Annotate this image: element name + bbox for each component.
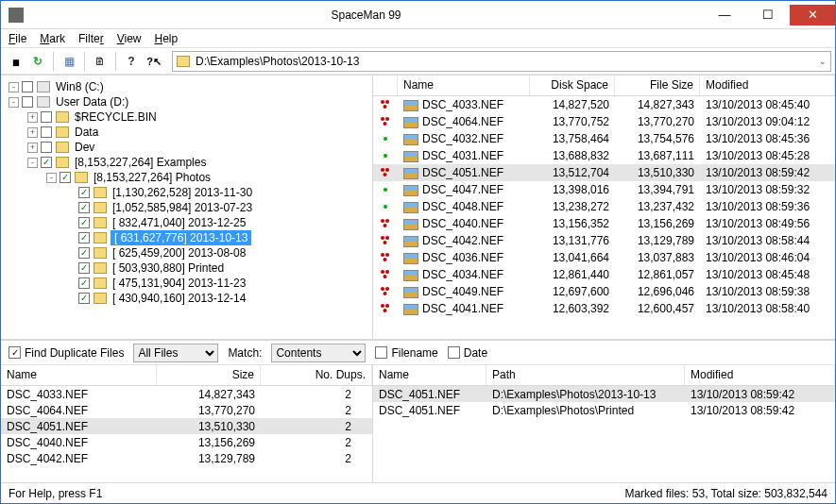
match-select[interactable]: Contents [271,344,366,362]
expand-toggle[interactable] [65,188,76,198]
path-combo[interactable]: D:\Examples\Photos\2013-10-13 ⌄ [172,51,831,72]
duplicate-row[interactable]: DSC_4042.NEF13,129,7892 [1,450,372,466]
col-disk[interactable]: Disk Space [530,76,615,95]
tree-item[interactable]: ✓[1,052,585,984] 2013-07-23 [3,200,370,215]
grid-button[interactable] [59,51,79,72]
tree-checkbox[interactable]: ✓ [78,187,90,198]
col-flag[interactable] [373,76,398,95]
tree-checkbox[interactable] [41,126,52,138]
menu-file[interactable]: File [9,32,26,45]
file-row[interactable]: DSC_4036.NEF13,041,66413,037,88313/10/20… [373,249,835,266]
menu-help[interactable]: Help [155,32,179,45]
tree-item[interactable]: -✓[8,153,227,264] Photos [3,170,370,185]
expand-toggle[interactable]: - [27,158,38,168]
file-row[interactable]: DSC_4041.NEF12,603,39212,600,45713/10/20… [373,300,835,317]
tree-item[interactable]: -✓[8,153,227,264] Examples [3,155,370,170]
chevron-down-icon[interactable]: ⌄ [819,57,827,66]
folder-tree[interactable]: -Win8 (C:)-User Data (D:)+$RECYCLE.BIN+D… [1,76,373,339]
col-size[interactable]: Size [157,365,261,385]
tree-checkbox[interactable]: ✓ [78,293,90,304]
tree-checkbox[interactable]: ✓ [78,262,90,274]
tree-item[interactable]: ✓[ 475,131,904] 2013-11-23 [3,276,370,291]
tree-item[interactable]: ✓[ 832,471,040] 2013-12-25 [3,215,370,230]
menu-filter[interactable]: Filter [78,32,104,45]
pause-button[interactable] [5,51,26,72]
file-row[interactable]: DSC_4048.NEF13,238,27213,237,43213/10/20… [373,198,835,215]
expand-toggle[interactable]: + [27,127,38,138]
file-type-select[interactable]: All Files [133,344,218,362]
col-size[interactable]: File Size [615,76,700,95]
close-button[interactable]: ✕ [790,5,835,25]
whats-this-button[interactable] [144,51,164,72]
file-row[interactable]: DSC_4042.NEF13,131,77613,129,78913/10/20… [373,232,835,249]
file-row[interactable]: DSC_4033.NEF14,827,52014,827,34313/10/20… [373,96,835,113]
menu-mark[interactable]: Mark [40,32,65,45]
tree-item[interactable]: +Data [3,125,370,140]
loc-path: D:\Examples\Photos\Printed [486,403,685,418]
tree-item[interactable]: -User Data (D:) [3,94,370,109]
tree-item[interactable]: ✓[ 503,930,880] Printed [3,260,370,276]
tree-checkbox[interactable] [22,96,33,108]
tree-checkbox[interactable] [41,142,52,153]
tree-checkbox[interactable]: ✓ [78,202,90,213]
expand-toggle[interactable] [65,233,76,244]
help-button[interactable] [121,51,142,72]
col-name[interactable]: Name [1,365,157,385]
file-row[interactable]: DSC_4047.NEF13,398,01613,394,79113/10/20… [373,181,835,198]
tree-item[interactable]: ✓[ 430,940,160] 2013-12-14 [3,291,370,306]
col-dups[interactable]: No. Dups. [261,365,372,385]
expand-toggle[interactable]: - [46,173,57,183]
tree-checkbox[interactable]: ✓ [78,217,90,228]
expand-toggle[interactable] [65,278,76,289]
tree-checkbox[interactable]: ✓ [60,172,71,183]
col-modified[interactable]: Modified [700,76,835,95]
tree-checkbox[interactable]: ✓ [78,232,90,244]
file-row[interactable]: DSC_4031.NEF13,688,83213,687,11113/10/20… [373,147,835,164]
expand-toggle[interactable] [65,248,76,259]
file-name: DSC_4036.NEF [422,251,503,264]
duplicate-row[interactable]: DSC_4064.NEF13,770,2702 [1,402,372,418]
file-row[interactable]: DSC_4032.NEF13,758,46413,754,57613/10/20… [373,130,835,147]
file-row[interactable]: DSC_4051.NEF13,512,70413,510,33013/10/20… [373,164,835,181]
maximize-button[interactable]: ☐ [746,5,790,25]
date-checkbox[interactable]: Date [448,346,487,360]
minimize-button[interactable]: — [703,5,746,25]
tree-checkbox[interactable]: ✓ [41,157,52,168]
col-name[interactable]: Name [398,76,530,95]
location-row[interactable]: DSC_4051.NEFD:\Examples\Photos\Printed13… [373,402,835,418]
tree-checkbox[interactable] [41,111,52,123]
find-duplicates-checkbox[interactable]: ✓Find Duplicate Files [9,346,124,360]
file-row[interactable]: DSC_4064.NEF13,770,75213,770,27013/10/20… [373,113,835,130]
expand-toggle[interactable]: + [27,112,38,123]
expand-toggle[interactable]: - [9,82,19,92]
expand-toggle[interactable]: + [27,143,38,153]
expand-toggle[interactable] [65,218,76,228]
duplicate-row[interactable]: DSC_4033.NEF14,827,3432 [1,386,372,402]
expand-toggle[interactable] [65,263,76,274]
expand-toggle[interactable] [65,203,76,213]
menu-view[interactable]: View [117,32,142,45]
file-row[interactable]: DSC_4040.NEF13,156,35213,156,26913/10/20… [373,215,835,232]
duplicate-row[interactable]: DSC_4051.NEF13,510,3302 [1,418,372,434]
col-path[interactable]: Path [486,365,685,385]
file-row[interactable]: DSC_4049.NEF12,697,60012,696,04613/10/20… [373,283,835,300]
tree-checkbox[interactable]: ✓ [78,277,90,289]
tree-item[interactable]: ✓[ 631,627,776] 2013-10-13 [3,230,370,245]
properties-button[interactable] [90,51,111,72]
tree-item[interactable]: +$RECYCLE.BIN [3,109,370,125]
tree-item[interactable]: +Dev [3,140,370,155]
duplicate-row[interactable]: DSC_4040.NEF13,156,2692 [1,434,372,450]
tree-item[interactable]: -Win8 (C:) [3,79,370,94]
tree-checkbox[interactable]: ✓ [78,247,90,259]
tree-item[interactable]: ✓[1,130,262,528] 2013-11-30 [3,185,370,200]
refresh-button[interactable] [27,51,48,72]
file-row[interactable]: DSC_4034.NEF12,861,44012,861,05713/10/20… [373,266,835,283]
expand-toggle[interactable] [65,294,76,304]
tree-checkbox[interactable] [22,81,33,92]
expand-toggle[interactable]: - [9,97,19,108]
col-name[interactable]: Name [373,365,486,385]
filename-checkbox[interactable]: Filename [375,346,437,360]
tree-item[interactable]: ✓[ 625,459,200] 2013-08-08 [3,245,370,260]
location-row[interactable]: DSC_4051.NEFD:\Examples\Photos\2013-10-1… [373,386,835,402]
col-modified[interactable]: Modified [685,365,835,385]
